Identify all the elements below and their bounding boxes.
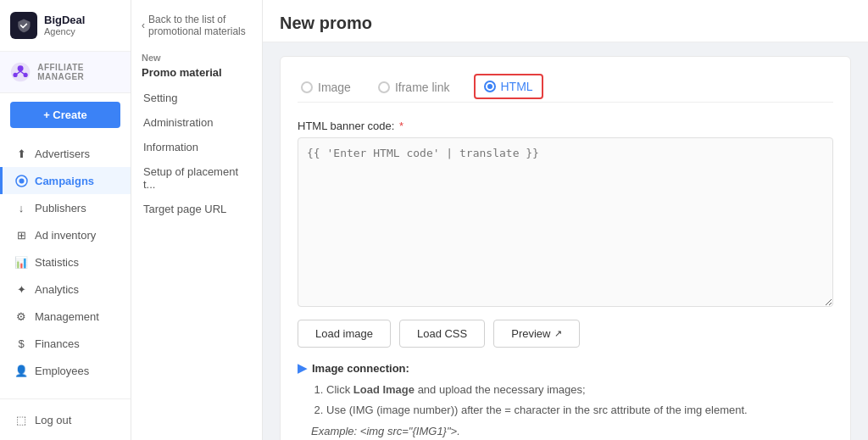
primary-sidebar: BigDeal Agency AFFILIATE MANAGER + Creat… (0, 0, 131, 440)
logo-icon (10, 12, 37, 39)
sub-nav-setting[interactable]: Setting (131, 86, 262, 110)
sidebar-item-employees[interactable]: 👤 Employees (0, 357, 131, 384)
sub-nav-information[interactable]: Information (131, 135, 262, 159)
load-css-button[interactable]: Load CSS (399, 320, 485, 348)
svg-point-0 (11, 63, 30, 81)
sidebar-footer: ⬚ Log out (0, 398, 131, 440)
image-connection-title: Image connection: (312, 362, 409, 375)
required-marker: * (399, 120, 403, 132)
image-connection-steps: Click Load Image and upload the necessar… (311, 382, 833, 418)
affiliate-icon (10, 60, 31, 84)
sub-nav-administration[interactable]: Administration (131, 110, 262, 135)
create-button[interactable]: + Create (10, 102, 120, 128)
image-connection-step-1: Click Load Image and upload the necessar… (326, 382, 833, 398)
image-connection-header: ▶ Image connection: (298, 361, 833, 375)
page-title: New promo (280, 14, 851, 33)
sidebar-item-ad-inventory[interactable]: ⊞ Ad inventory (0, 221, 131, 248)
section-header: New (131, 44, 262, 66)
upload-icon: ⬆ (14, 147, 28, 160)
sidebar-item-logout[interactable]: ⬚ Log out (0, 406, 131, 433)
image-connection-example: Example: <img src="{IMG1}">. (311, 425, 833, 437)
nav-label-employees: Employees (35, 365, 89, 377)
tab-iframe-label: Iframe link (395, 81, 450, 94)
nav-label-logout: Log out (35, 414, 71, 426)
finances-icon: $ (14, 337, 28, 350)
image-connection-body: Click Load Image and upload the necessar… (298, 382, 833, 437)
nav-items: ⬆ Advertisers Campaigns ↓ Publishers ⊞ A… (0, 136, 131, 398)
radio-iframe (378, 81, 390, 93)
arrow-right-icon: ▶ (298, 361, 307, 375)
management-icon: ⚙ (14, 309, 28, 323)
tab-image-label: Image (318, 81, 351, 94)
radio-image (301, 81, 313, 93)
secondary-sidebar: ‹ Back to the list of promotional materi… (131, 0, 263, 440)
nav-label-management: Management (35, 310, 99, 323)
html-banner-label: HTML banner code: * (298, 120, 833, 132)
nav-label-statistics: Statistics (35, 256, 79, 269)
brand-sub: Agency (44, 26, 85, 37)
sidebar-item-publishers[interactable]: ↓ Publishers (0, 194, 131, 221)
back-link-text: Back to the list of promotional material… (148, 14, 252, 37)
nav-label-publishers: Publishers (35, 202, 86, 214)
svg-point-1 (18, 65, 24, 71)
logout-icon: ⬚ (14, 413, 28, 426)
employees-icon: 👤 (14, 364, 28, 377)
nav-label-finances: Finances (35, 337, 80, 350)
sidebar-item-analytics[interactable]: ✦ Analytics (0, 276, 131, 303)
statistics-icon: 📊 (14, 255, 28, 269)
logo-text: BigDeal Agency (44, 14, 85, 38)
tab-image[interactable]: Image (298, 74, 354, 103)
sidebar-item-campaigns[interactable]: Campaigns (0, 167, 131, 194)
image-connection-step-2: Use (IMG (image number)) after the = cha… (326, 402, 833, 419)
nav-label-advertisers: Advertisers (35, 148, 90, 160)
sidebar-item-statistics[interactable]: 📊 Statistics (0, 248, 131, 276)
publishers-icon: ↓ (14, 201, 28, 214)
back-chevron-icon: ‹ (142, 19, 145, 31)
nav-label-campaigns: Campaigns (35, 175, 94, 187)
svg-point-7 (19, 178, 24, 183)
image-connection-section: ▶ Image connection: Click Load Image and… (298, 361, 833, 437)
sidebar-item-advertisers[interactable]: ⬆ Advertisers (0, 140, 131, 167)
campaigns-icon (14, 174, 28, 187)
section-title: Promo material (131, 66, 262, 86)
content-area: New promo Image Iframe link HTML (263, 0, 868, 440)
radio-html (484, 81, 496, 92)
form-container: Image Iframe link HTML HTML banner code:… (263, 42, 868, 440)
main-card: Image Iframe link HTML HTML banner code:… (280, 56, 851, 440)
preview-label: Preview (511, 327, 550, 340)
tab-html[interactable]: HTML (474, 74, 543, 99)
back-link[interactable]: ‹ Back to the list of promotional materi… (131, 7, 262, 44)
analytics-icon: ✦ (14, 282, 28, 296)
button-row: Load image Load CSS Preview ↗ (298, 320, 833, 348)
external-link-icon: ↗ (554, 328, 562, 339)
sub-nav-setup-placement[interactable]: Setup of placement t... (131, 159, 262, 197)
nav-label-ad-inventory: Ad inventory (35, 229, 96, 242)
sidebar-item-finances[interactable]: $ Finances (0, 330, 131, 357)
affiliate-badge: AFFILIATE MANAGER (0, 52, 131, 93)
inventory-icon: ⊞ (14, 228, 28, 242)
load-image-button[interactable]: Load image (298, 320, 391, 348)
nav-label-analytics: Analytics (35, 283, 79, 296)
tab-iframe-link[interactable]: Iframe link (375, 74, 453, 103)
sub-nav-target-page-url[interactable]: Target page URL (131, 197, 262, 221)
tab-group: Image Iframe link HTML (298, 74, 833, 103)
affiliate-label: AFFILIATE MANAGER (37, 63, 120, 81)
sidebar-item-management[interactable]: ⚙ Management (0, 303, 131, 330)
preview-button[interactable]: Preview ↗ (493, 320, 580, 348)
page-header: New promo (263, 0, 868, 42)
html-banner-textarea[interactable] (298, 137, 833, 307)
tab-html-label: HTML (501, 80, 533, 93)
brand-name: BigDeal (44, 14, 85, 27)
logo-area: BigDeal Agency (0, 0, 131, 52)
